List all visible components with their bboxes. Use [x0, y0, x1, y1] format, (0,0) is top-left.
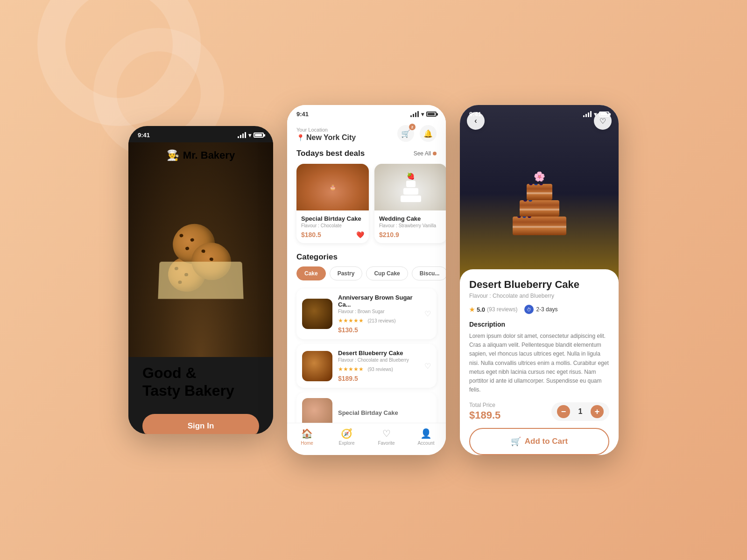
cart-badge: 2	[409, 124, 416, 130]
description-title: Description	[469, 321, 609, 328]
see-all-dot	[433, 152, 437, 155]
deal-flavor-birthday: Flavour : Chocolate	[301, 223, 364, 228]
signal-icon-2	[410, 111, 419, 117]
deal-name-birthday: Special Birtday Cake	[301, 215, 364, 222]
berry-3	[539, 184, 543, 185]
reviews-anniversary: (213 reviews)	[367, 318, 395, 323]
product-image-blueberry	[302, 351, 332, 381]
category-cupcake[interactable]: Cup Cake	[366, 266, 408, 280]
wedding-cake-visual: 🍓	[374, 164, 446, 210]
star-icon: ★	[469, 306, 475, 313]
location-pin-icon: 📍	[296, 134, 304, 141]
signal-icon-1	[238, 132, 246, 138]
status-bar-1: 9:41 ▾	[128, 126, 273, 142]
deal-card-wedding[interactable]: 🍓 Wedding Cake Flavour : Strawberry Vani…	[374, 164, 446, 243]
city-name: New York City	[306, 133, 356, 142]
bottom-navigation: 🏠 Home 🧭 Explore ♡ Favorite 👤 Account	[287, 423, 446, 455]
wifi-icon-2: ▾	[421, 111, 424, 118]
heart-button-anniversary[interactable]: ♡	[424, 309, 431, 318]
location-name: 📍 New York City	[296, 133, 356, 142]
cake-tier-3	[401, 196, 421, 202]
product-card-anniversary[interactable]: Anniversary Brown Sugar Ca... Flavour : …	[296, 288, 437, 339]
detail-flavor: Flavour : Chocolate and Blueberry	[469, 293, 609, 299]
quantity-value: 1	[576, 407, 585, 416]
notifications-button[interactable]: 🔔	[420, 125, 437, 142]
naked-cake-visual: 🌸	[513, 171, 566, 235]
nav-home[interactable]: 🏠 Home	[287, 428, 327, 446]
heart-button-birthday[interactable]: ❤️	[356, 231, 364, 238]
birthday-cake-info: Special Birtday Cake Flavour : Chocolate…	[296, 210, 369, 243]
status-icons-3: ▾	[583, 111, 609, 118]
product-name-special: Special Birtday Cake	[338, 409, 431, 416]
add-to-cart-button[interactable]: 🛒 Add to Cart	[469, 428, 609, 455]
product-list: Anniversary Brown Sugar Ca... Flavour : …	[287, 286, 446, 441]
cake-tier-1	[406, 181, 416, 187]
detail-meta: ★ 5.0 (93 reviews) ⏱ 2-3 days	[469, 305, 609, 314]
tagline-line2: Tasty Bakery	[142, 382, 234, 399]
cake-top-flower: 🌸	[534, 171, 545, 182]
heart-button-blueberry[interactable]: ♡	[424, 362, 431, 371]
stars-blueberry: ★★★★★	[338, 366, 364, 372]
location-section: Your Location 📍 New York City	[296, 127, 356, 142]
home-header: Your Location 📍 New York City 🛒 2 🔔	[287, 121, 446, 149]
product-hero-image: 🌸	[460, 105, 619, 282]
chef-hat-icon: 👨‍🍳	[167, 149, 179, 161]
quantity-increase-button[interactable]: +	[591, 405, 604, 418]
deal-price-birthday: $180.5	[301, 231, 321, 238]
deal-card-birthday[interactable]: 🎂 Special Birtday Cake Flavour : Chocola…	[296, 164, 369, 243]
category-cake[interactable]: Cake	[296, 266, 326, 280]
nav-account[interactable]: 👤 Account	[406, 428, 446, 446]
product-flavor-anniversary: Flavour : Brown Sugar	[338, 309, 419, 314]
tagline: Good & Tasty Bakery	[142, 364, 259, 400]
quantity-decrease-button[interactable]: −	[557, 405, 570, 418]
time-3: 9:41	[469, 111, 481, 118]
favorite-nav-label: Favorite	[378, 441, 395, 446]
phone-home: 9:41 ▾ Your Location 📍 New York	[287, 105, 446, 455]
total-price-section: Total Price $189.5	[469, 402, 500, 421]
cake-tiers: 🍓	[401, 172, 421, 202]
total-price-label: Total Price	[469, 402, 500, 408]
time-1: 9:41	[138, 132, 150, 139]
phone-detail: 9:41 ▾ 🌸	[460, 105, 619, 455]
wedding-cake-info: Wedding Cake Flavour : Strawberry Vanill…	[374, 210, 446, 243]
cookie-image: 👨‍🍳 Mr. Bakery	[128, 142, 273, 357]
product-price-anniversary: $130.5	[338, 326, 419, 334]
favorite-nav-icon: ♡	[382, 428, 391, 439]
top-berries	[529, 184, 543, 185]
rating-value: 5.0	[477, 306, 485, 313]
price-quantity-row: Total Price $189.5 − 1 +	[469, 402, 609, 421]
category-biscuit[interactable]: Biscu...	[412, 266, 446, 280]
bottom-berries	[517, 217, 531, 218]
nav-favorite[interactable]: ♡ Favorite	[366, 428, 406, 446]
categories-title: Categories	[296, 252, 338, 261]
nav-explore[interactable]: 🧭 Explore	[327, 428, 366, 446]
status-bar-3: 9:41 ▾	[460, 105, 619, 121]
wedding-cake-image: 🍓	[374, 164, 446, 210]
product-name-anniversary: Anniversary Brown Sugar Ca...	[338, 294, 419, 308]
see-all-text: See All	[414, 150, 431, 157]
delivery-badge: ⏱ 2-3 days	[524, 305, 557, 314]
paper-wrap	[158, 262, 243, 299]
brand-name: Mr. Bakery	[183, 149, 235, 161]
home-nav-label: Home	[301, 441, 313, 446]
home-content: 9:41 ▾ Your Location 📍 New York	[287, 105, 446, 455]
header-icons: 🛒 2 🔔	[397, 125, 437, 142]
brown-sugar-visual	[302, 299, 332, 329]
home-nav-icon: 🏠	[301, 428, 313, 439]
signin-button[interactable]: Sign In	[142, 414, 259, 434]
product-card-blueberry[interactable]: Desert Blueberry Cake Flavour : Chocolat…	[296, 344, 437, 388]
tagline-line1: Good &	[142, 364, 197, 381]
battery-icon-3	[599, 112, 609, 117]
category-pastry[interactable]: Pastry	[330, 266, 363, 280]
product-detail-content: Desert Blueberry Cake Flavour : Chocolat…	[460, 269, 619, 455]
berry-2	[534, 184, 538, 185]
product-price-blueberry: $189.5	[338, 375, 419, 382]
see-all-button[interactable]: See All	[414, 150, 437, 157]
birthday-cake-image: 🎂	[296, 164, 369, 210]
wifi-icon-1: ▾	[248, 132, 251, 139]
cart-button[interactable]: 🛒 2	[397, 125, 414, 142]
naked-tier-1	[527, 184, 552, 200]
deal-price-wedding: $210.9	[379, 231, 399, 238]
categories-section: Categories Cake Pastry Cup Cake Biscu...	[287, 250, 446, 286]
review-count: (93 reviews)	[487, 306, 517, 313]
